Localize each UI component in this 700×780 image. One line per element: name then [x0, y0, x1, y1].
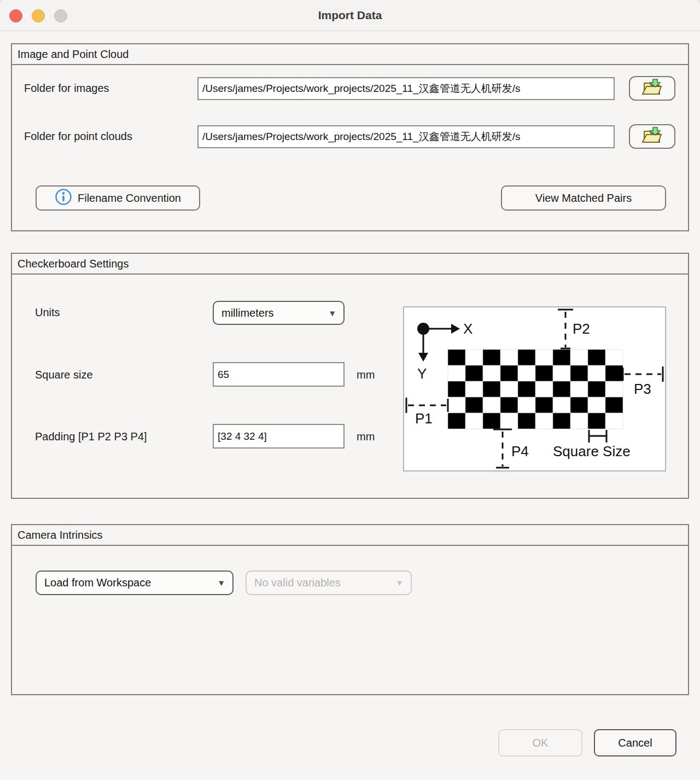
- browse-pointclouds-button[interactable]: [629, 124, 675, 149]
- padding-p2-label: P2: [573, 321, 590, 337]
- camera-intrinsics-header: Camera Intrinsics: [12, 525, 688, 546]
- axis-x-label: X: [463, 321, 472, 337]
- open-folder-icon: [641, 78, 663, 98]
- cancel-button[interactable]: Cancel: [594, 729, 676, 756]
- browse-images-button[interactable]: [629, 76, 675, 101]
- intrinsics-variables-dropdown: No valid variables ▼: [246, 571, 412, 595]
- folder-pointclouds-label: Folder for point clouds: [24, 130, 132, 143]
- axis-y-label: Y: [417, 365, 427, 382]
- chevron-down-icon: ▼: [328, 308, 336, 318]
- filename-convention-button[interactable]: Filename Convention: [36, 185, 200, 211]
- units-label: Units: [35, 306, 60, 319]
- titlebar: Import Data: [0, 0, 700, 31]
- checkerboard-diagram-svg: X Y P2 P3 P1: [404, 307, 665, 470]
- intrinsics-variables-value: No valid variables: [247, 577, 341, 589]
- square-size-label: Square size: [35, 369, 93, 381]
- folder-images-input[interactable]: [197, 77, 615, 100]
- intrinsics-source-value: Load from Workspace: [37, 577, 151, 589]
- checkerboard-settings-header: Checkerboard Settings: [12, 254, 688, 275]
- padding-input[interactable]: [213, 424, 345, 449]
- folder-images-label: Folder for images: [24, 82, 109, 95]
- intrinsics-source-dropdown[interactable]: Load from Workspace ▼: [36, 571, 234, 595]
- chevron-down-icon: ▼: [217, 578, 225, 587]
- view-matched-pairs-button[interactable]: View Matched Pairs: [501, 185, 666, 211]
- padding-label: Padding [P1 P2 P3 P4]: [35, 430, 147, 443]
- square-size-diagram-label: Square Size: [553, 443, 631, 459]
- checkerboard-diagram: X Y P2 P3 P1: [403, 306, 666, 472]
- folder-pointclouds-input[interactable]: [197, 125, 615, 148]
- padding-p1-label: P1: [415, 410, 433, 427]
- camera-intrinsics-group: Camera Intrinsics Load from Workspace ▼ …: [11, 524, 689, 695]
- square-size-unit: mm: [357, 369, 375, 381]
- padding-p3-label: P3: [634, 381, 651, 397]
- import-data-dialog: Import Data Image and Point Cloud Folder…: [0, 0, 700, 780]
- view-matched-pairs-label: View Matched Pairs: [535, 192, 632, 205]
- ok-button[interactable]: OK: [498, 729, 582, 756]
- units-dropdown-value: millimeters: [214, 307, 274, 319]
- image-point-cloud-group: Image and Point Cloud Folder for images …: [11, 43, 689, 231]
- chevron-down-icon: ▼: [395, 578, 404, 587]
- info-icon: [55, 188, 72, 208]
- padding-unit: mm: [357, 430, 375, 443]
- units-dropdown[interactable]: millimeters ▼: [213, 301, 345, 325]
- checkerboard-settings-group: Checkerboard Settings Units millimeters …: [11, 253, 689, 499]
- window-title: Import Data: [0, 0, 700, 31]
- padding-p4-label: P4: [511, 443, 529, 459]
- square-size-input[interactable]: [213, 362, 345, 387]
- filename-convention-label: Filename Convention: [78, 192, 181, 205]
- image-point-cloud-header: Image and Point Cloud: [12, 44, 688, 65]
- open-folder-icon: [641, 126, 663, 147]
